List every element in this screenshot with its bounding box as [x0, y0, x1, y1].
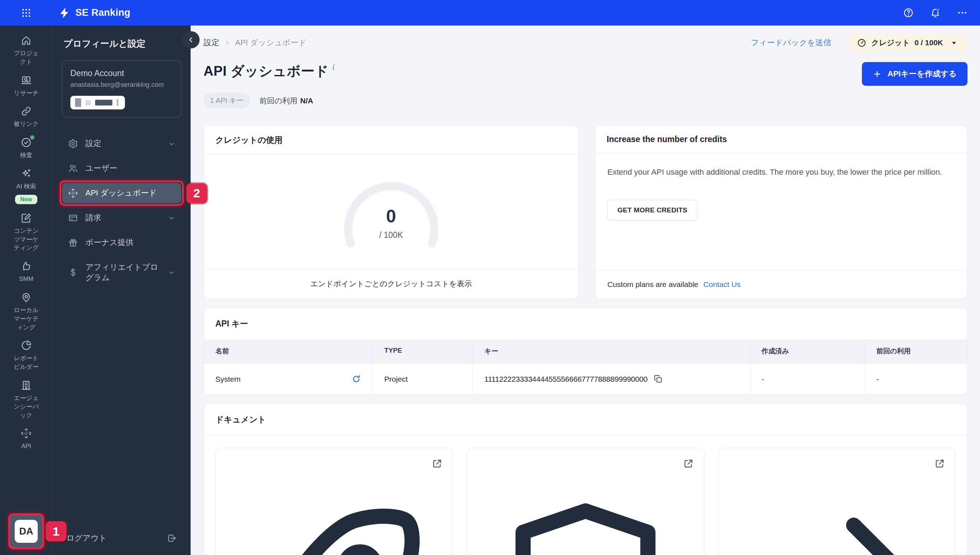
- external-link-icon[interactable]: [934, 458, 945, 469]
- api-icon: [68, 188, 78, 198]
- column-header: キー: [473, 339, 750, 363]
- brand-logo[interactable]: SE Ranking: [58, 6, 130, 19]
- rail-item-エージェンシーパック[interactable]: エージェンシーパック: [11, 380, 42, 419]
- breadcrumb-separator: ›: [226, 38, 229, 48]
- caret-down-icon: [949, 38, 959, 48]
- bolt-logo-icon: [58, 6, 71, 19]
- user-avatar-area: DA 1: [8, 513, 44, 549]
- key-last-use: -: [865, 363, 967, 395]
- doc-card-クイックスタートガイド[interactable]: クイックスタートガイド コピー＆ペーストの例を参考に、2分足らずで最初のリクエス…: [215, 448, 453, 555]
- increase-credits-title: Increase the number of credits: [595, 126, 967, 153]
- last-use-value: N/A: [300, 96, 313, 105]
- copy-key-icon[interactable]: [653, 374, 663, 384]
- dollar-icon: [68, 267, 78, 278]
- sidebar-item-ボーナス提供[interactable]: ボーナス提供: [62, 233, 181, 253]
- credit-usage-gauge: 0 / 100K: [337, 175, 445, 249]
- info-icon[interactable]: i: [333, 62, 335, 72]
- rail-item-検査[interactable]: 検査: [11, 137, 42, 160]
- get-more-credits-button[interactable]: GET MORE CREDITS: [607, 200, 697, 221]
- api-keys-title: API キー: [204, 308, 967, 339]
- avatar-gear-icon[interactable]: [29, 534, 40, 546]
- column-header: 前回の利用: [865, 339, 967, 363]
- chevron-left-icon: [187, 35, 195, 44]
- ai-sparkles-icon: [21, 168, 32, 180]
- notifications-bell-icon[interactable]: [930, 7, 941, 18]
- credits-label: クレジット: [871, 38, 909, 48]
- send-feedback-link[interactable]: フィードバックを送信: [751, 37, 831, 48]
- doc-card-リクエストの送信[interactable]: リクエストの送信 URL スキーマ、クエリパラメータ、ページネーション：レスポン…: [718, 448, 956, 555]
- logout-button[interactable]: ログアウト: [62, 523, 181, 555]
- rail-item-SMM[interactable]: SMM: [11, 260, 42, 284]
- increase-credits-card: Increase the number of credits Extend yo…: [595, 125, 967, 299]
- chevron-down-icon: [168, 140, 175, 148]
- sidebar-item-アフィリエイトプログラム[interactable]: アフィリエイトプログラム: [62, 257, 181, 288]
- sidebar-item-請求[interactable]: 請求: [62, 208, 181, 228]
- rail-item-プロジェクト[interactable]: プロジェクト: [11, 35, 42, 66]
- main-content: 設定 › API ダッシュボード フィードバックを送信 クレジット 0 / 10…: [191, 26, 980, 555]
- refresh-key-icon[interactable]: [352, 374, 361, 384]
- redirect-arrow-icon: [730, 459, 944, 555]
- rail-item-API[interactable]: API: [11, 428, 42, 451]
- chevron-down-icon: [168, 214, 175, 222]
- increase-credits-text: Extend your API usage with additional cr…: [607, 166, 955, 178]
- sidebar-item-設定[interactable]: 設定: [62, 133, 181, 154]
- rail-item-被リンク[interactable]: 被リンク: [11, 106, 42, 128]
- last-use-summary: 前回の利用N/A: [260, 96, 313, 106]
- logout-icon: [167, 533, 177, 543]
- logout-label: ログアウト: [66, 533, 107, 544]
- annotation-badge-1: 1: [46, 521, 66, 541]
- table-row: System Project 1111222233334444555566667…: [204, 363, 967, 395]
- more-menu-icon[interactable]: [957, 7, 968, 18]
- gift-icon: [68, 237, 78, 248]
- column-header: TYPE: [373, 339, 473, 363]
- chevron-down-icon: [168, 269, 175, 277]
- new-badge: New: [15, 195, 38, 204]
- rail-item-レポートビルダー[interactable]: レポートビルダー: [11, 340, 42, 371]
- contact-us-link[interactable]: Contact Us: [703, 280, 741, 289]
- map-pin-icon: [21, 292, 32, 303]
- account-email: anastasia.berg@seranking.com: [71, 81, 173, 88]
- backlink-icon: [21, 106, 32, 117]
- rail-item-AI 検索[interactable]: AI 検索 New: [11, 168, 42, 204]
- annotation-badge-2: 2: [186, 183, 207, 204]
- external-link-icon[interactable]: [683, 458, 694, 469]
- top-bar: SE Ranking: [0, 0, 980, 26]
- sidebar-item-ユーザー[interactable]: ユーザー: [62, 158, 181, 179]
- rail-item-リサーチ[interactable]: リサーチ: [11, 75, 42, 98]
- pie-chart-icon: [21, 340, 32, 351]
- breadcrumb-settings[interactable]: 設定: [204, 37, 219, 48]
- gauge-icon: [857, 38, 867, 48]
- credit-usage-card: クレジットの使用 0 / 100K エンドポイントごとのクレジットコストを表示: [204, 125, 579, 299]
- api-keys-card: API キー 名前TYPEキー作成済み前回の利用 System Project …: [204, 308, 967, 395]
- credits-value: 0 / 100K: [915, 38, 943, 47]
- rail-item-コンテンツマーケティング[interactable]: コンテンツマーケティング: [11, 212, 42, 252]
- breadcrumb: 設定 › API ダッシュボード フィードバックを送信 クレジット 0 / 10…: [204, 35, 967, 51]
- credit-card-icon: [68, 213, 78, 223]
- gear-icon: [68, 138, 78, 149]
- plan-badge: [71, 96, 125, 109]
- endpoint-costs-link[interactable]: エンドポイントごとのクレジットコストを表示: [204, 269, 578, 298]
- research-icon: [21, 75, 32, 86]
- help-icon[interactable]: [903, 7, 914, 18]
- account-name: Demo Account: [71, 69, 173, 78]
- external-link-icon[interactable]: [432, 458, 443, 469]
- key-type: Project: [373, 363, 473, 395]
- thumbs-up-icon: [21, 260, 32, 272]
- shield-user-icon: [479, 459, 692, 555]
- content-edit-icon: [21, 212, 32, 224]
- api-key-count-badge: 1 API キー: [204, 93, 250, 108]
- create-api-key-button[interactable]: APIキーを作成する: [862, 62, 967, 86]
- sidebar-item-API ダッシュボード[interactable]: API ダッシュボード 2: [62, 183, 181, 204]
- settings-sidebar: プロフィールと設定 Demo Account anastasia.berg@se…: [52, 26, 191, 555]
- apps-grid-icon[interactable]: [21, 8, 32, 18]
- credits-limit: / 100K: [337, 230, 445, 240]
- credits-dropdown[interactable]: クレジット 0 / 100K: [848, 34, 967, 52]
- table-header-row: 名前TYPEキー作成済み前回の利用: [204, 339, 967, 363]
- documents-card: ドキュメント クイックスタートガイド コピー＆ペーストの例を参考に、2分足らずで…: [204, 404, 967, 555]
- sidebar-collapse-button[interactable]: [182, 31, 199, 48]
- rail-item-ローカルマーケティング[interactable]: ローカルマーケティング: [11, 292, 42, 332]
- account-card: Demo Account anastasia.berg@seranking.co…: [62, 60, 181, 118]
- notification-dot: [30, 135, 34, 140]
- doc-card-認証[interactable]: 認証 API キーまたはベアラートークンですべてのコールを保護−手間なし、情報漏…: [467, 448, 704, 555]
- avatar[interactable]: DA: [15, 520, 38, 543]
